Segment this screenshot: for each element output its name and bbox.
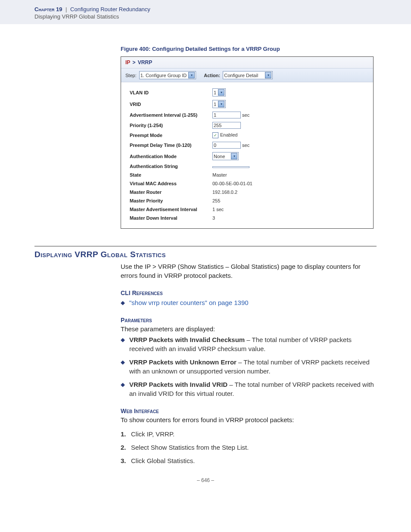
field-label: VRID — [127, 98, 210, 110]
field-value: None ▾ — [210, 150, 255, 162]
field-label: Master Advertisement Interval — [127, 205, 210, 214]
step-item: 2.Select Show Statistics from the Step L… — [121, 444, 377, 451]
text-input[interactable]: 255 — [212, 122, 241, 129]
field-value: 1 ▾ — [210, 87, 255, 98]
field-value: 1 ▾ — [210, 98, 255, 110]
field-label: State — [127, 171, 210, 179]
separator: | — [65, 6, 67, 12]
web-heading: Web Interface — [121, 408, 377, 414]
field-value: 255 — [210, 196, 255, 205]
field-label: Master Router — [127, 188, 210, 196]
field-label: Master Priority — [127, 196, 210, 205]
cli-bullet: ◆ "show vrrp router counters" on page 13… — [121, 298, 377, 307]
field-value: 3 — [210, 214, 255, 222]
field-label: Preempt Delay Time (0-120) — [127, 140, 210, 150]
text-input[interactable]: 0 — [212, 142, 241, 149]
field-value: 1 sec — [210, 205, 255, 214]
cli-link[interactable]: "show vrrp router counters" on page 1390 — [129, 298, 377, 307]
param-item: ◆VRRP Packets with Invalid VRID – The to… — [121, 380, 377, 398]
chevron-down-icon: ▾ — [218, 89, 224, 96]
diamond-icon: ◆ — [121, 381, 125, 398]
params-heading: Parameters — [121, 317, 377, 324]
page-header: Chapter 19 | Configuring Router Redundan… — [0, 0, 411, 24]
step-value: 1. Configure Group ID — [140, 73, 187, 78]
field-value: 255 — [210, 120, 255, 131]
page-number: – 646 – — [34, 477, 377, 483]
section-title: Displaying VRRP Global Statistics — [34, 246, 377, 259]
field-value: Master — [210, 171, 255, 179]
step-item: 3.Click Global Statistics. — [121, 457, 377, 464]
crumb-sep: > — [132, 59, 135, 65]
field-value: 1 sec — [210, 110, 255, 120]
vrrp-config-screenshot: IP > VRRP Step: 1. Configure Group ID ▾ … — [121, 56, 374, 229]
crumb-current: VRRP — [138, 59, 152, 65]
section-intro: Use the IP > VRRP (Show Statistics – Glo… — [121, 262, 377, 280]
chapter-title: Configuring Router Redundancy — [70, 6, 150, 12]
params-intro: These parameters are displayed: — [121, 324, 377, 333]
crumb-root: IP — [125, 59, 130, 65]
diamond-icon: ◆ — [121, 336, 125, 353]
chevron-down-icon: ▾ — [188, 72, 195, 78]
field-value: ✓Enabled — [210, 131, 255, 140]
action-label: Action: — [204, 73, 220, 78]
step-select[interactable]: 1. Configure Group ID ▾ — [139, 71, 196, 79]
breadcrumb: IP > VRRP — [121, 57, 373, 68]
chevron-down-icon: ▾ — [218, 101, 224, 107]
field-label: Priority (1-254) — [127, 120, 210, 131]
step-item: 1.Click IP, VRRP. — [121, 430, 377, 438]
chapter-label: Chapter 19 — [34, 6, 62, 12]
dropdown[interactable]: 1 ▾ — [212, 88, 226, 96]
field-label: Authentication String — [127, 162, 210, 171]
field-value: 192.168.0.2 — [210, 188, 255, 196]
web-intro: To show counters for errors found in VRR… — [121, 415, 377, 424]
field-label: Preempt Mode — [127, 131, 210, 140]
action-bar: Step: 1. Configure Group ID ▾ Action: Co… — [121, 68, 373, 82]
figure-caption: Figure 400: Configuring Detailed Setting… — [121, 46, 377, 52]
text-input[interactable]: 1 — [212, 112, 241, 118]
field-label: Advertisement Interval (1-255) — [127, 110, 210, 120]
field-label: Master Down Interval — [127, 214, 210, 222]
header-subtitle: Displaying VRRP Global Statistics — [34, 13, 377, 20]
field-value: 0 sec — [210, 140, 255, 150]
param-item: ◆VRRP Packets with Invalid Checksum – Th… — [121, 335, 377, 353]
text-input[interactable] — [212, 166, 249, 168]
field-value: 00-00-5E-00-01-01 — [210, 179, 255, 188]
step-label: Step: — [125, 73, 137, 78]
field-label: Authentication Mode — [127, 150, 210, 162]
diamond-icon: ◆ — [121, 299, 125, 307]
field-value — [210, 162, 255, 171]
field-label: Virtual MAC Address — [127, 179, 210, 188]
chevron-down-icon: ▾ — [265, 72, 271, 78]
dropdown[interactable]: 1 ▾ — [212, 100, 226, 108]
action-select[interactable]: Configure Detail ▾ — [223, 71, 273, 79]
action-value: Configure Detail — [224, 73, 263, 78]
diamond-icon: ◆ — [121, 358, 125, 376]
checkbox[interactable]: ✓ — [212, 132, 218, 138]
param-item: ◆VRRP Packets with Unknown Error – The t… — [121, 358, 377, 376]
cli-heading: CLI References — [121, 289, 377, 296]
field-label: VLAN ID — [127, 87, 210, 98]
chevron-down-icon: ▾ — [231, 153, 237, 159]
dropdown[interactable]: None ▾ — [212, 152, 239, 160]
